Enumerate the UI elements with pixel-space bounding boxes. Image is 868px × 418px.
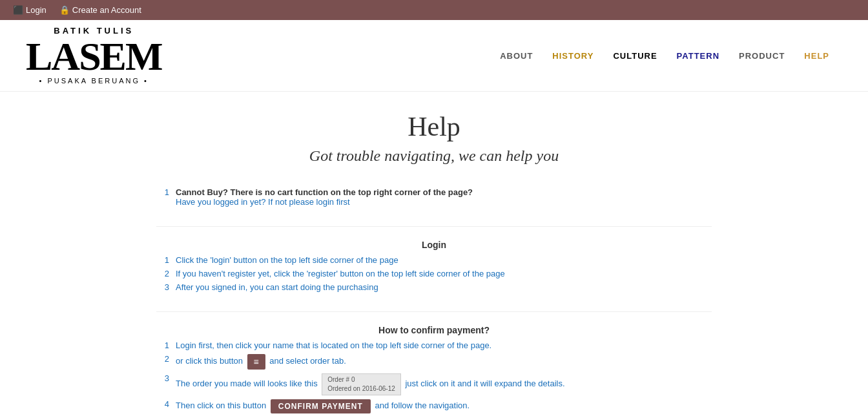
step-text: If you haven't register yet, click the '… (176, 269, 505, 278)
login-label: Login (26, 5, 46, 15)
login-icon: ⬛ (13, 5, 23, 15)
section-login: Login 1 Click the 'login' button on the … (156, 240, 712, 292)
section-confirm-payment: How to confirm payment? 1 Login first, t… (156, 325, 712, 413)
nav-pattern[interactable]: PATTERN (677, 51, 719, 61)
nav-culture[interactable]: CULTURE (613, 51, 657, 61)
divider-2 (156, 311, 712, 312)
order-line1: Order # 0 (327, 375, 395, 384)
login-step-1: 1 Click the 'login' button on the top le… (156, 255, 712, 265)
logo[interactable]: BATIK TULIS LASEM • PUSAKA BERUANG • (26, 26, 161, 85)
main-nav: ABOUT HISTORY CULTURE PATTERN PRODUCT HE… (500, 51, 829, 61)
step-num: 2 (156, 354, 169, 364)
order-line2: Ordered on 2016-06-12 (327, 384, 395, 393)
step-num: 1 (156, 340, 169, 350)
section-cannot-buy: 1 Cannot Buy? There is no cart function … (156, 187, 712, 207)
logo-main: LASEM (26, 36, 161, 76)
nav-product[interactable]: PRODUCT (739, 51, 785, 61)
nav-help[interactable]: HELP (804, 51, 829, 61)
header: BATIK TULIS LASEM • PUSAKA BERUANG • ABO… (0, 20, 868, 92)
login-steps: 1 Click the 'login' button on the top le… (156, 255, 712, 292)
nav-history[interactable]: HISTORY (552, 51, 594, 61)
confirm-step-1: 1 Login first, then click your name that… (156, 340, 712, 350)
page-title: Help (156, 111, 712, 142)
step-text: After you signed in, you can start doing… (176, 282, 378, 292)
step-num: 4 (156, 399, 169, 409)
step-text: Then click on this button CONFIRM PAYMEN… (176, 399, 470, 413)
nav-about[interactable]: ABOUT (500, 51, 533, 61)
lock-icon: 🔒 (59, 5, 70, 15)
create-account-link[interactable]: 🔒 Create an Account (59, 5, 141, 15)
confirm-payment-steps: 1 Login first, then click your name that… (156, 340, 712, 413)
cannot-buy-text: Cannot Buy? There is no cart function on… (176, 187, 473, 207)
confirm-step-2: 2 or click this button ≡ and select orde… (156, 354, 712, 370)
step-text: Login first, then click your name that i… (176, 340, 491, 350)
main-content: Help Got trouble navigating, we can help… (143, 92, 725, 418)
create-account-label: Create an Account (72, 5, 141, 15)
confirm-payment-heading: How to confirm payment? (156, 325, 712, 335)
step-num: 3 (156, 373, 169, 383)
cannot-buy-heading: Cannot Buy? There is no cart function on… (176, 187, 473, 197)
step-text: or click this button ≡ and select order … (176, 354, 346, 370)
login-heading: Login (156, 240, 712, 250)
step-text: The order you made will looks like this … (176, 373, 565, 395)
top-bar: ⬛ Login 🔒 Create an Account (0, 0, 868, 20)
confirm-step-4: 4 Then click on this button CONFIRM PAYM… (156, 399, 712, 413)
divider-1 (156, 226, 712, 227)
login-step-3: 3 After you signed in, you can start doi… (156, 282, 712, 292)
logo-tagline: • PUSAKA BERUANG • (39, 78, 149, 85)
order-preview: Order # 0 Ordered on 2016-06-12 (322, 373, 401, 395)
step-num: 1 (156, 255, 169, 265)
step-text: Click the 'login' button on the top left… (176, 255, 398, 265)
step-num: 3 (156, 282, 169, 292)
step-num: 2 (156, 269, 169, 278)
login-link[interactable]: ⬛ Login (13, 5, 46, 15)
step-num-1: 1 (156, 187, 169, 207)
menu-button-icon[interactable]: ≡ (247, 354, 265, 370)
confirm-step-3: 3 The order you made will looks like thi… (156, 373, 712, 395)
login-step-2: 2 If you haven't register yet, click the… (156, 269, 712, 278)
page-subtitle: Got trouble navigating, we can help you (156, 147, 712, 165)
confirm-payment-button[interactable]: CONFIRM PAYMENT (271, 399, 371, 413)
cannot-buy-intro: Have you logged in yet? If not please lo… (176, 197, 473, 207)
